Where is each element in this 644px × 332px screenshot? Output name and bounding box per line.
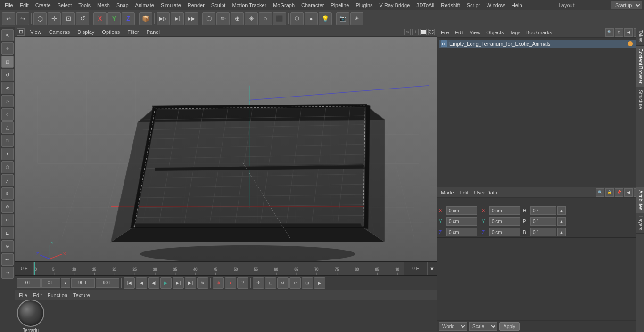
attr-pin-icon[interactable]: 📌: [615, 188, 623, 197]
grid-button[interactable]: ⊞: [302, 277, 313, 289]
layout-select[interactable]: Startup: [611, 1, 642, 9]
frame-end2-input[interactable]: [96, 278, 119, 288]
rotate-mode-button[interactable]: ↺: [277, 277, 289, 289]
menu-plugins[interactable]: Plugins: [353, 1, 375, 9]
menu-create[interactable]: Create: [33, 1, 54, 9]
vp-menu-display[interactable]: Display: [75, 29, 96, 35]
tool-s14[interactable]: ⊸: [1, 267, 14, 279]
reverse-play-button[interactable]: ◀|: [148, 277, 159, 289]
frame-current-arrow[interactable]: ▲: [61, 278, 70, 288]
coord-z2-input[interactable]: [489, 228, 520, 236]
menu-mograph[interactable]: MoGraph: [270, 1, 297, 9]
light2-button[interactable]: ☀: [350, 12, 363, 25]
tool-s3[interactable]: △: [1, 121, 14, 134]
tool-s8[interactable]: S: [1, 187, 14, 200]
record-button[interactable]: ⊕: [213, 277, 224, 289]
menu-snap[interactable]: Snap: [114, 1, 132, 9]
coord-z1-input[interactable]: [446, 228, 477, 236]
mat-menu-function[interactable]: Function: [46, 292, 69, 298]
tool-s7[interactable]: ╱: [1, 174, 14, 186]
vp-menu-options[interactable]: Options: [100, 29, 122, 35]
attr-search-icon[interactable]: 🔍: [596, 188, 604, 197]
camera-button[interactable]: 📷: [336, 12, 349, 25]
pivot-button[interactable]: P: [289, 277, 301, 289]
coord-y2-input[interactable]: [489, 217, 520, 226]
go-end-button[interactable]: ▶|: [185, 277, 196, 289]
viewport-corner-icon[interactable]: ⊞: [17, 28, 25, 36]
attr-menu-userdata[interactable]: User Data: [472, 190, 500, 195]
tool-scale[interactable]: ⊡: [1, 56, 14, 68]
tool-s12[interactable]: ⊘: [1, 240, 14, 252]
vtab-takes[interactable]: Takes: [636, 27, 644, 46]
go-start-button[interactable]: |◀: [124, 277, 135, 289]
vp-menu-view[interactable]: View: [28, 29, 43, 35]
menu-render[interactable]: Render: [185, 1, 207, 9]
render-view-button[interactable]: ▶▷: [157, 12, 170, 25]
menu-file[interactable]: File: [2, 1, 16, 9]
coord-b-input[interactable]: [530, 228, 556, 236]
solid-button[interactable]: ●: [305, 12, 318, 25]
obj-menu-file[interactable]: File: [439, 30, 451, 35]
redo-button[interactable]: ↪: [16, 12, 29, 25]
scale-tool-button[interactable]: ⊡: [62, 12, 75, 25]
scale-select[interactable]: Scale: [469, 322, 497, 331]
frame-start-input[interactable]: [17, 278, 41, 288]
select-tool-button[interactable]: ⬡: [33, 12, 47, 25]
mat-menu-texture[interactable]: Texture: [71, 292, 92, 298]
material-item[interactable]: Terrariu: [17, 300, 44, 332]
tool-s1[interactable]: ◇: [1, 95, 14, 107]
quad-button[interactable]: ⬛: [273, 12, 286, 25]
light-button[interactable]: 💡: [319, 12, 332, 25]
tool-s9[interactable]: ⊙: [1, 201, 14, 213]
render-all-button[interactable]: ▶▶: [185, 12, 198, 25]
explode-button[interactable]: ✳: [245, 12, 258, 25]
menu-script[interactable]: Script: [464, 1, 483, 9]
tool-cursor[interactable]: ↖: [1, 29, 14, 41]
tool-s2[interactable]: ○: [1, 108, 14, 121]
menu-animate[interactable]: Animate: [132, 1, 157, 9]
menu-pipeline[interactable]: Pipeline: [328, 1, 352, 9]
render-small-button[interactable]: ▶: [314, 277, 325, 289]
menu-motion-tracker[interactable]: Motion Tracker: [229, 1, 269, 9]
menu-vray[interactable]: V-Ray Bridge: [377, 1, 413, 9]
attr-menu-mode[interactable]: Mode: [439, 190, 456, 195]
rotate-tool-button[interactable]: ↺: [76, 12, 89, 25]
menu-redshift[interactable]: Redshift: [438, 1, 462, 9]
coord-x-arrow[interactable]: ▲: [557, 206, 566, 215]
tool-s5[interactable]: ✦: [1, 148, 14, 160]
prev-frame-button[interactable]: ◀: [136, 277, 147, 289]
loop-button[interactable]: ⊕: [231, 12, 244, 25]
menu-sculpt[interactable]: Sculpt: [208, 1, 229, 9]
obj-menu-objects[interactable]: Objects: [484, 30, 505, 35]
menu-select[interactable]: Select: [55, 1, 75, 9]
obj-filter-icon[interactable]: ⊟: [615, 28, 623, 37]
move-mode-button[interactable]: ✛: [253, 277, 264, 289]
attr-expand-icon[interactable]: ◀: [624, 188, 633, 197]
undo-button[interactable]: ↩: [2, 12, 15, 25]
vp-menu-cameras[interactable]: Cameras: [47, 29, 72, 35]
scale-mode-button[interactable]: ⊡: [265, 277, 276, 289]
apply-button[interactable]: Apply: [499, 322, 520, 331]
render-active-button[interactable]: ▶|: [171, 12, 184, 25]
lasso-button[interactable]: ○: [259, 12, 272, 25]
frame-end-input[interactable]: [71, 278, 95, 288]
coord-p-input[interactable]: [530, 217, 556, 226]
wire-button[interactable]: ⬡: [290, 12, 304, 25]
next-frame-button[interactable]: ▶|: [173, 277, 184, 289]
tool-transform[interactable]: ⟲: [1, 82, 14, 94]
menu-tools[interactable]: Tools: [75, 1, 93, 9]
help-button[interactable]: ?: [237, 277, 248, 289]
world-select[interactable]: World: [439, 322, 467, 331]
menu-mesh[interactable]: Mesh: [94, 1, 113, 9]
viewport-fullscreen-icon[interactable]: ⛶: [428, 29, 435, 35]
menu-simulate[interactable]: Simulate: [158, 1, 184, 9]
tool-s13[interactable]: ⊷: [1, 253, 14, 266]
move-tool-button[interactable]: ✛: [48, 12, 61, 25]
mat-menu-create[interactable]: File: [17, 292, 29, 298]
object-mode-button[interactable]: 📦: [139, 12, 152, 25]
obj-menu-view[interactable]: View: [468, 30, 483, 35]
timeline-ruler[interactable]: 0 5 10 15 20 25 30 35 40 45 50 55 60: [34, 262, 404, 275]
vtab-layers[interactable]: Layers: [636, 213, 644, 234]
coord-y1-input[interactable]: [446, 217, 477, 226]
coord-z-arrow[interactable]: ▲: [557, 228, 566, 236]
